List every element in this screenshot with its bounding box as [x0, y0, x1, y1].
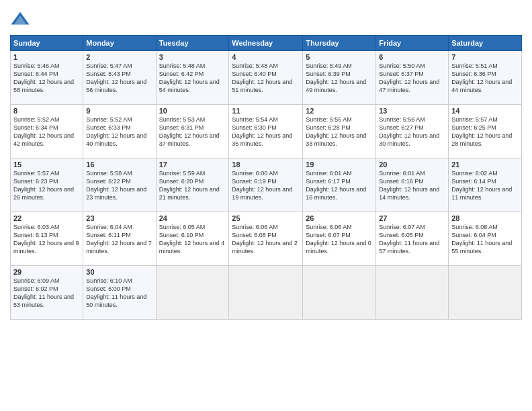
calendar-cell: 20 Sunrise: 6:01 AM Sunset: 6:16 PM Dayl…: [376, 158, 449, 212]
day-number: 15: [13, 161, 80, 169]
day-number: 12: [306, 107, 373, 115]
day-number: 10: [159, 107, 226, 115]
calendar-cell: 10 Sunrise: 5:53 AM Sunset: 6:31 PM Dayl…: [156, 105, 229, 158]
day-number: 2: [86, 53, 152, 61]
day-detail: Sunrise: 5:56 AM Sunset: 6:27 PM Dayligh…: [379, 116, 445, 148]
calendar-cell: 24 Sunrise: 6:05 AM Sunset: 6:10 PM Dayl…: [156, 212, 229, 266]
calendar-cell: 11 Sunrise: 5:54 AM Sunset: 6:30 PM Dayl…: [229, 105, 303, 158]
day-detail: Sunrise: 5:49 AM Sunset: 6:39 PM Dayligh…: [306, 62, 373, 95]
calendar-week-row: 8 Sunrise: 5:52 AM Sunset: 6:34 PM Dayli…: [11, 105, 522, 158]
day-number: 5: [306, 53, 373, 61]
calendar-cell: 21 Sunrise: 6:02 AM Sunset: 6:14 PM Dayl…: [449, 158, 522, 212]
day-number: 18: [232, 161, 300, 169]
calendar-cell: 8 Sunrise: 5:52 AM Sunset: 6:34 PM Dayli…: [11, 105, 83, 158]
day-detail: Sunrise: 5:55 AM Sunset: 6:28 PM Dayligh…: [306, 116, 373, 148]
day-detail: Sunrise: 6:09 AM Sunset: 6:02 PM Dayligh…: [13, 277, 80, 310]
day-detail: Sunrise: 5:48 AM Sunset: 6:42 PM Dayligh…: [159, 62, 226, 95]
day-number: 23: [86, 214, 152, 222]
day-number: 22: [13, 214, 80, 222]
day-of-week-header: Monday: [83, 36, 156, 51]
day-number: 20: [379, 161, 445, 169]
calendar-cell: 12 Sunrise: 5:55 AM Sunset: 6:28 PM Dayl…: [303, 105, 376, 158]
day-number: 13: [379, 107, 445, 115]
day-detail: Sunrise: 5:58 AM Sunset: 6:22 PM Dayligh…: [86, 169, 152, 202]
calendar-cell: 3 Sunrise: 5:48 AM Sunset: 6:42 PM Dayli…: [156, 51, 229, 105]
day-detail: Sunrise: 6:02 AM Sunset: 6:14 PM Dayligh…: [451, 169, 519, 202]
calendar-header-row: SundayMondayTuesdayWednesdayThursdayFrid…: [11, 36, 522, 51]
calendar-cell: 7 Sunrise: 5:51 AM Sunset: 6:36 PM Dayli…: [449, 51, 522, 105]
calendar-cell: 26 Sunrise: 6:06 AM Sunset: 6:07 PM Dayl…: [303, 212, 376, 266]
day-of-week-header: Thursday: [303, 36, 376, 51]
day-detail: Sunrise: 5:57 AM Sunset: 6:25 PM Dayligh…: [451, 116, 519, 148]
day-number: 11: [232, 107, 300, 115]
day-detail: Sunrise: 5:47 AM Sunset: 6:43 PM Dayligh…: [86, 62, 152, 95]
day-number: 27: [379, 214, 445, 222]
calendar-cell: 25 Sunrise: 6:06 AM Sunset: 6:08 PM Dayl…: [229, 212, 303, 266]
day-of-week-header: Saturday: [449, 36, 522, 51]
day-of-week-header: Friday: [376, 36, 449, 51]
day-number: 7: [451, 53, 519, 61]
calendar-cell: 28 Sunrise: 6:08 AM Sunset: 6:04 PM Dayl…: [449, 212, 522, 266]
day-detail: Sunrise: 5:52 AM Sunset: 6:33 PM Dayligh…: [86, 116, 152, 148]
calendar-cell: 13 Sunrise: 5:56 AM Sunset: 6:27 PM Dayl…: [376, 105, 449, 158]
day-detail: Sunrise: 5:50 AM Sunset: 6:37 PM Dayligh…: [379, 62, 445, 95]
calendar-cell: [376, 266, 449, 320]
calendar-week-row: 22 Sunrise: 6:03 AM Sunset: 6:13 PM Dayl…: [11, 212, 522, 266]
day-number: 16: [86, 161, 152, 169]
calendar-cell: [229, 266, 303, 320]
calendar-table: SundayMondayTuesdayWednesdayThursdayFrid…: [10, 35, 522, 320]
calendar-cell: 15 Sunrise: 5:57 AM Sunset: 6:23 PM Dayl…: [11, 158, 83, 212]
day-number: 21: [451, 161, 519, 169]
calendar-cell: [156, 266, 229, 320]
calendar-cell: 23 Sunrise: 6:04 AM Sunset: 6:11 PM Dayl…: [83, 212, 156, 266]
day-detail: Sunrise: 5:59 AM Sunset: 6:20 PM Dayligh…: [159, 169, 226, 202]
calendar-cell: 30 Sunrise: 6:10 AM Sunset: 6:00 PM Dayl…: [83, 266, 156, 320]
calendar-cell: [303, 266, 376, 320]
day-of-week-header: Sunday: [11, 36, 83, 51]
calendar-cell: 6 Sunrise: 5:50 AM Sunset: 6:37 PM Dayli…: [376, 51, 449, 105]
calendar-week-row: 1 Sunrise: 5:46 AM Sunset: 6:44 PM Dayli…: [11, 51, 522, 105]
day-detail: Sunrise: 6:05 AM Sunset: 6:10 PM Dayligh…: [159, 223, 226, 256]
day-number: 1: [13, 53, 80, 61]
calendar-cell: 16 Sunrise: 5:58 AM Sunset: 6:22 PM Dayl…: [83, 158, 156, 212]
calendar-cell: 19 Sunrise: 6:01 AM Sunset: 6:17 PM Dayl…: [303, 158, 376, 212]
day-detail: Sunrise: 6:06 AM Sunset: 6:08 PM Dayligh…: [232, 223, 300, 256]
day-number: 17: [159, 161, 226, 169]
day-number: 25: [232, 214, 300, 222]
calendar-cell: 27 Sunrise: 6:07 AM Sunset: 6:05 PM Dayl…: [376, 212, 449, 266]
day-detail: Sunrise: 5:48 AM Sunset: 6:40 PM Dayligh…: [232, 62, 300, 95]
calendar-week-row: 29 Sunrise: 6:09 AM Sunset: 6:02 PM Dayl…: [11, 266, 522, 320]
day-detail: Sunrise: 5:54 AM Sunset: 6:30 PM Dayligh…: [232, 116, 300, 148]
day-detail: Sunrise: 5:53 AM Sunset: 6:31 PM Dayligh…: [159, 116, 226, 148]
page: SundayMondayTuesdayWednesdayThursdayFrid…: [0, 0, 532, 411]
day-of-week-header: Wednesday: [229, 36, 303, 51]
calendar-cell: 22 Sunrise: 6:03 AM Sunset: 6:13 PM Dayl…: [11, 212, 83, 266]
day-detail: Sunrise: 6:03 AM Sunset: 6:13 PM Dayligh…: [13, 223, 80, 256]
calendar-cell: [449, 266, 522, 320]
day-detail: Sunrise: 6:04 AM Sunset: 6:11 PM Dayligh…: [86, 223, 152, 256]
header: [10, 7, 522, 30]
calendar-cell: 14 Sunrise: 5:57 AM Sunset: 6:25 PM Dayl…: [449, 105, 522, 158]
day-number: 6: [379, 53, 445, 61]
day-number: 26: [306, 214, 373, 222]
day-number: 14: [451, 107, 519, 115]
day-detail: Sunrise: 6:10 AM Sunset: 6:00 PM Dayligh…: [86, 277, 152, 310]
day-detail: Sunrise: 5:52 AM Sunset: 6:34 PM Dayligh…: [13, 116, 80, 148]
day-number: 24: [159, 214, 226, 222]
day-detail: Sunrise: 6:07 AM Sunset: 6:05 PM Dayligh…: [379, 223, 445, 256]
day-detail: Sunrise: 5:46 AM Sunset: 6:44 PM Dayligh…: [13, 62, 80, 95]
day-detail: Sunrise: 6:06 AM Sunset: 6:07 PM Dayligh…: [306, 223, 373, 256]
logo: [10, 9, 32, 30]
day-number: 28: [451, 214, 519, 222]
calendar-cell: 17 Sunrise: 5:59 AM Sunset: 6:20 PM Dayl…: [156, 158, 229, 212]
day-detail: Sunrise: 6:00 AM Sunset: 6:19 PM Dayligh…: [232, 169, 300, 202]
calendar-cell: 4 Sunrise: 5:48 AM Sunset: 6:40 PM Dayli…: [229, 51, 303, 105]
calendar-cell: 5 Sunrise: 5:49 AM Sunset: 6:39 PM Dayli…: [303, 51, 376, 105]
calendar-cell: 29 Sunrise: 6:09 AM Sunset: 6:02 PM Dayl…: [11, 266, 83, 320]
calendar-cell: 2 Sunrise: 5:47 AM Sunset: 6:43 PM Dayli…: [83, 51, 156, 105]
calendar-cell: 1 Sunrise: 5:46 AM Sunset: 6:44 PM Dayli…: [11, 51, 83, 105]
calendar-week-row: 15 Sunrise: 5:57 AM Sunset: 6:23 PM Dayl…: [11, 158, 522, 212]
day-number: 8: [13, 107, 80, 115]
day-number: 3: [159, 53, 226, 61]
day-number: 30: [86, 268, 152, 276]
